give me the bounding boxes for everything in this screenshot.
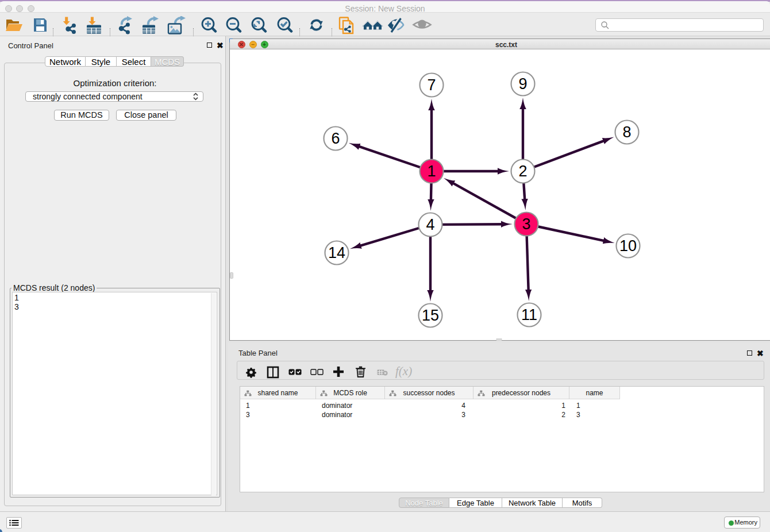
svg-text:2: 2 bbox=[518, 163, 527, 180]
svg-text:11: 11 bbox=[521, 306, 537, 323]
svg-text:10: 10 bbox=[619, 237, 637, 255]
svg-text:1: 1 bbox=[427, 163, 436, 180]
svg-text:14: 14 bbox=[328, 244, 345, 261]
svg-text:15: 15 bbox=[422, 307, 439, 324]
svg-text:8: 8 bbox=[622, 124, 631, 141]
svg-text:9: 9 bbox=[518, 75, 527, 92]
svg-text:4: 4 bbox=[426, 216, 434, 233]
svg-text:6: 6 bbox=[331, 130, 340, 147]
svg-text:7: 7 bbox=[427, 76, 436, 94]
svg-text:3: 3 bbox=[522, 215, 530, 233]
